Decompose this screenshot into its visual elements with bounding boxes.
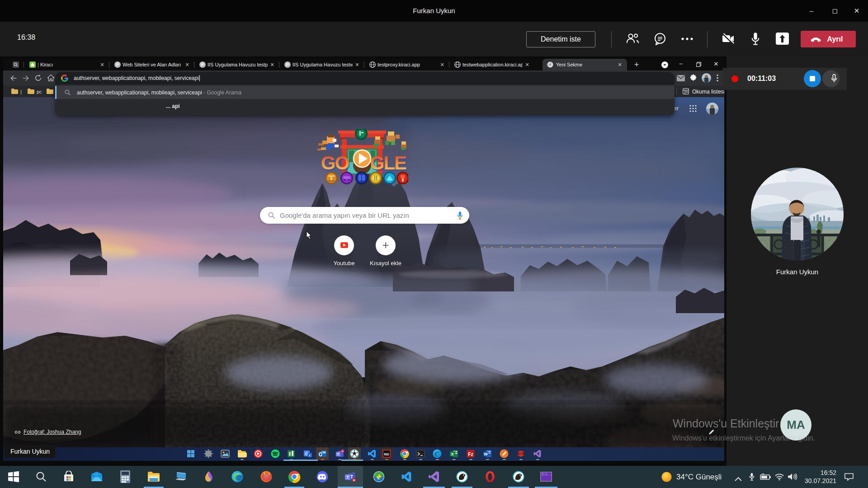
svg-text:RD: RD (384, 452, 389, 456)
svg-text:X: X (451, 452, 453, 456)
svg-text:W: W (484, 452, 488, 456)
svg-text:C:\...: C:\... (542, 473, 552, 476)
svg-text:x: x (309, 453, 311, 457)
svg-text:T: T (337, 452, 340, 456)
svg-text:GLE: GLE (370, 152, 406, 174)
svg-text:P: P (201, 62, 204, 67)
svg-text:Fz: Fz (468, 451, 473, 457)
svg-text:T: T (346, 475, 349, 479)
svg-text:GO: GO (321, 152, 349, 174)
svg-text:P: P (116, 62, 119, 67)
svg-text:P: P (286, 62, 289, 67)
